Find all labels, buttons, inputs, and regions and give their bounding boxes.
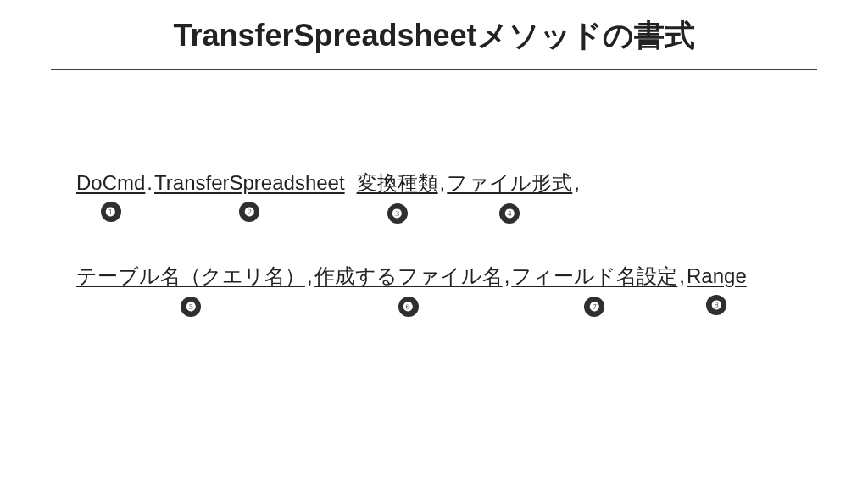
token-text: フィールド名設定: [511, 263, 677, 290]
syntax-line-2: テーブル名（クエリ名） ❺ , 作成するファイル名 ❻ , フィールド名設定 ❼…: [76, 263, 797, 317]
slide-title: TransferSpreadsheetメソッドの書式: [0, 0, 868, 57]
badge-2-icon: ❷: [239, 202, 259, 222]
token-text: TransferSpreadsheet: [154, 171, 345, 195]
token-file-name: 作成するファイル名 ❻: [314, 263, 503, 317]
badge-3-icon: ❸: [387, 203, 408, 224]
token-text: Range: [687, 264, 747, 288]
token-field-name-setting: フィールド名設定 ❼: [511, 263, 677, 317]
separator-comma: ,: [677, 264, 687, 288]
separator-comma: ,: [438, 171, 448, 195]
token-text: テーブル名（クエリ名）: [76, 263, 305, 290]
slide: TransferSpreadsheetメソッドの書式 DoCmd ❶ . Tra…: [0, 0, 868, 488]
badge-7-icon: ❼: [584, 297, 604, 317]
badge-5-icon: ❺: [181, 297, 201, 317]
syntax-line-1: DoCmd ❶ . TransferSpreadsheet ❷ 変換種類 ❸ ,…: [76, 169, 797, 224]
token-conversion-type: 変換種類 ❸: [357, 169, 438, 224]
badge-6-icon: ❻: [398, 297, 419, 317]
token-text: ファイル形式: [447, 169, 572, 197]
token-docmd: DoCmd ❶: [76, 171, 145, 222]
token-file-format: ファイル形式 ❹: [447, 169, 572, 224]
token-text: 作成するファイル名: [314, 263, 503, 290]
badge-8-icon: ❽: [706, 295, 726, 315]
token-text: DoCmd: [76, 171, 145, 195]
syntax-body: DoCmd ❶ . TransferSpreadsheet ❷ 変換種類 ❸ ,…: [76, 169, 797, 317]
token-table-name: テーブル名（クエリ名） ❺: [76, 263, 305, 317]
token-range: Range ❽: [687, 264, 747, 315]
separator-comma: ,: [305, 264, 314, 288]
badge-1-icon: ❶: [101, 202, 121, 222]
title-underline: [51, 69, 817, 70]
separator-comma: ,: [503, 264, 512, 288]
token-text: 変換種類: [357, 169, 438, 197]
separator-dot: .: [145, 171, 154, 195]
separator-comma: ,: [572, 171, 581, 195]
badge-4-icon: ❹: [499, 203, 520, 224]
token-transferspreadsheet: TransferSpreadsheet ❷: [154, 171, 345, 222]
